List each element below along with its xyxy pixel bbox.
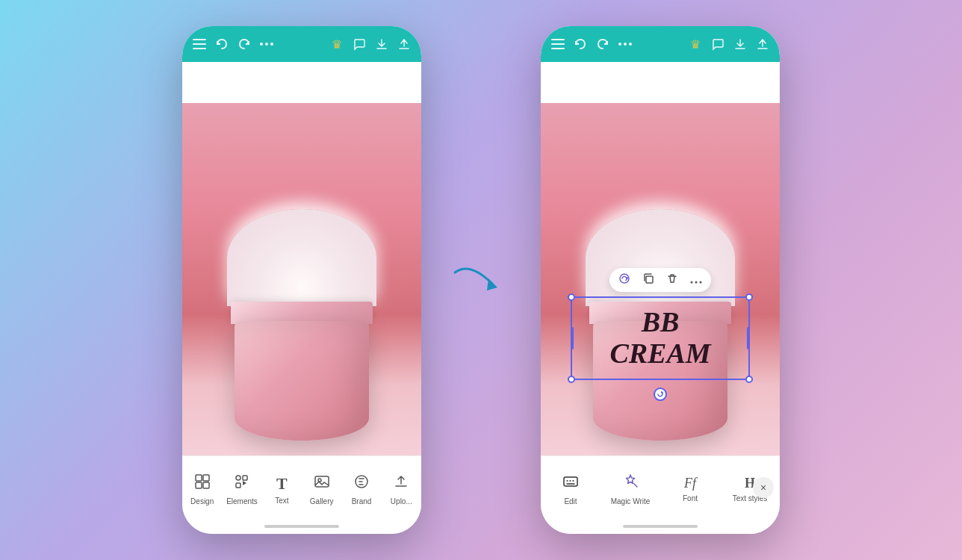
right-redo-icon[interactable] [595, 36, 611, 52]
left-header-bar [182, 62, 421, 103]
undo-icon[interactable] [214, 36, 230, 52]
nav-gallery[interactable]: Gallery [302, 473, 341, 505]
jar-body [235, 321, 369, 441]
download-icon[interactable] [373, 36, 390, 52]
text-icon: T [276, 474, 288, 494]
left-toolbar: ♛ [182, 26, 421, 62]
right-chat-icon[interactable] [710, 36, 726, 52]
nav-elements[interactable]: Elements [222, 473, 261, 505]
svg-point-27 [700, 281, 702, 284]
text-selection-overlay: BB CREAM [571, 268, 750, 380]
right-menu-icon[interactable] [550, 36, 566, 52]
svg-rect-9 [203, 482, 209, 488]
left-home-indicator [182, 519, 421, 534]
cream-top [227, 209, 376, 306]
right-toolbar: ♛ [541, 26, 780, 62]
svg-rect-12 [236, 483, 241, 488]
handle-left [571, 327, 574, 349]
copy-icon[interactable] [642, 273, 654, 287]
font-label: Font [683, 494, 698, 503]
nav-brand-label: Brand [352, 497, 372, 505]
svg-rect-8 [196, 482, 202, 488]
edit-keyboard-icon [562, 473, 579, 494]
jar-container [220, 202, 384, 455]
handle-bl [568, 376, 575, 383]
floating-toolbar [609, 268, 711, 292]
gallery-icon [314, 473, 330, 494]
design-icon [194, 473, 211, 494]
right-share-icon[interactable] [754, 36, 771, 52]
edit-label: Edit [564, 497, 577, 505]
left-canvas-image [182, 103, 421, 455]
refresh-icon[interactable] [618, 273, 630, 287]
svg-point-26 [695, 281, 698, 284]
right-home-indicator [541, 519, 780, 534]
crown-icon[interactable]: ♛ [329, 36, 345, 52]
more-options-icon[interactable] [690, 273, 702, 287]
text-selection-box[interactable]: BB CREAM [571, 296, 750, 380]
nav-gallery-label: Gallery [310, 497, 334, 505]
right-home-bar [623, 525, 698, 528]
svg-point-21 [624, 43, 627, 46]
bb-cream-text: BB CREAM [584, 307, 736, 370]
right-canvas-image: BB CREAM [541, 103, 780, 455]
chat-icon[interactable] [351, 36, 367, 52]
svg-point-4 [265, 43, 268, 46]
rotate-handle[interactable] [654, 388, 667, 401]
svg-point-3 [260, 43, 263, 46]
nav-design[interactable]: Design [182, 473, 222, 505]
svg-rect-6 [196, 475, 202, 481]
svg-rect-28 [564, 477, 577, 486]
font-icon: Ff [684, 476, 696, 491]
home-bar [264, 525, 339, 528]
left-phone: ♛ [182, 26, 421, 534]
arrow-svg [451, 258, 511, 302]
nav-brand[interactable]: Brand [341, 473, 381, 505]
brand-icon [353, 473, 370, 494]
nav-text[interactable]: T Text [262, 474, 302, 505]
magic-write-icon [622, 473, 639, 494]
handle-br [745, 376, 753, 383]
edit-tool-font[interactable]: Ff Font [660, 476, 720, 503]
right-edit-toolbar: Edit Magic Write Ff Font H Text styles × [541, 455, 780, 519]
svg-point-22 [629, 43, 632, 46]
elements-icon [234, 473, 250, 494]
more-icon[interactable] [258, 36, 275, 52]
share-icon[interactable] [396, 36, 412, 52]
edit-tool-magic-write[interactable]: Magic Write [601, 473, 660, 505]
svg-rect-2 [193, 48, 206, 49]
right-download-icon[interactable] [732, 36, 748, 52]
nav-text-label: Text [275, 497, 288, 505]
arrow-container [451, 258, 511, 302]
svg-marker-16 [487, 279, 497, 290]
svg-point-25 [691, 281, 693, 284]
nav-upload-label: Uplo... [391, 497, 412, 505]
right-canvas: BB CREAM [541, 103, 780, 455]
upload-icon [393, 473, 409, 494]
svg-point-20 [618, 43, 621, 46]
menu-icon[interactable] [191, 36, 208, 52]
svg-rect-17 [551, 39, 565, 40]
left-bottom-nav: Design Elements T Text Gallery [182, 455, 421, 519]
right-undo-icon[interactable] [572, 36, 589, 52]
right-phone: ♛ [541, 26, 780, 534]
right-header-bar [541, 62, 780, 103]
scene: ♛ [0, 0, 962, 560]
redo-icon[interactable] [236, 36, 252, 52]
svg-rect-11 [243, 476, 247, 480]
delete-icon[interactable] [666, 273, 678, 287]
magic-write-label: Magic Write [611, 497, 651, 505]
nav-upload[interactable]: Uplo... [382, 473, 421, 505]
svg-rect-19 [551, 48, 565, 49]
right-more-icon[interactable] [617, 36, 633, 52]
nav-design-label: Design [190, 497, 214, 505]
close-button[interactable]: × [753, 477, 774, 498]
right-crown-icon[interactable]: ♛ [687, 36, 704, 52]
handle-tr [745, 293, 753, 301]
svg-point-10 [236, 476, 241, 480]
edit-tool-edit[interactable]: Edit [541, 473, 601, 505]
nav-elements-label: Elements [226, 497, 258, 505]
svg-rect-1 [193, 43, 206, 45]
handle-right [747, 327, 750, 349]
svg-rect-18 [551, 43, 565, 45]
